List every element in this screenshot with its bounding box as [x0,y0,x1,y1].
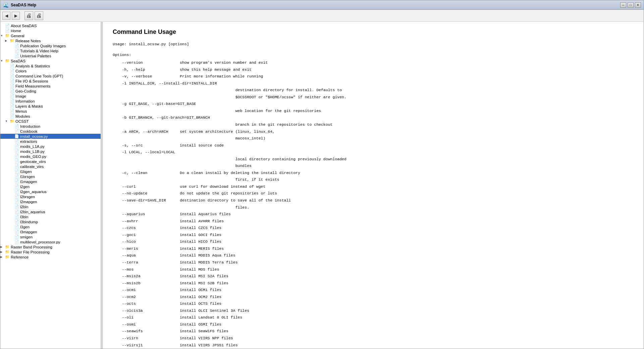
sidebar-item-l2bin-aquarius[interactable]: 📄 l2bin_aquarius [0,209,101,214]
sidebar-item-seadas[interactable]: ▼ 📁 SeaDAS [0,58,101,63]
sidebar-item-raster-file[interactable]: ▶ 📁 Raster File Processing [0,249,101,254]
sidebar-item-cookbook[interactable]: 📄 Cookbook [0,129,101,134]
sidebar-item-about[interactable]: 📄 About SeaDAS [0,23,101,28]
option-row: -c, --clean Do a clean install by deleti… [113,170,634,176]
tree-label: Information [15,99,35,103]
option-row: -l LOCAL, --local=LOCAL [113,149,634,156]
tree-toggle: ▼ [5,120,10,123]
option-desc: install AVHRR files [180,218,634,225]
option-flag: --oli [113,314,180,321]
sidebar-item-l1brsgen[interactable]: 📄 l1brsgen [0,174,101,179]
sidebar-item-geo-coding[interactable]: 📄 Geo-Coding [0,89,101,94]
back-button[interactable]: ◀ [2,12,10,20]
sidebar-item-general[interactable]: ▼ 📁 General [0,33,101,38]
tree-label: l3bindump [20,220,38,224]
option-desc: install source code [180,142,634,149]
sidebar-item-image[interactable]: 📄 Image [0,94,101,99]
option-flag: --osmi [113,321,180,328]
sidebar-item-universal[interactable]: 📄 Universal Palettes [0,53,101,58]
sidebar-item-layers-masks[interactable]: 📄 Layers & Masks [0,104,101,109]
file-icon: 📄 [14,230,19,234]
print2-button[interactable]: 🖨 [35,11,43,20]
file-icon: 📄 [14,225,19,229]
sidebar-item-modules[interactable]: 📄 Modules [0,114,101,119]
sidebar-item-smigen[interactable]: 📄 smigen [0,234,101,239]
sidebar-item-raster-band[interactable]: ▶ 📁 Raster Band Processing [0,244,101,249]
sidebar-item-l1mapgen[interactable]: 📄 l1mapgen [0,179,101,184]
sidebar-item-release-notes[interactable]: ▶ 📁 Release Notes [0,38,101,43]
sidebar[interactable]: 📄 About SeaDAS 📄 Home ▼ 📁 General ▶ 📁 Re… [0,22,101,349]
option-flag: --curl [113,183,180,190]
sidebar-item-modis-l1a[interactable]: 📄 modis_L1A.py [0,144,101,149]
tree-label: Geo-Coding [15,89,36,93]
option-desc: branch in the git repositories to checko… [180,121,634,128]
tree-label: modis_GEO.py [20,155,46,159]
sidebar-item-field-meas[interactable]: 📄 Field Measurements [0,83,101,89]
forward-button[interactable]: ▶ [12,12,20,20]
sidebar-item-multilevel[interactable]: 📄 multilevel_processor.py [0,239,101,244]
sidebar-item-modis-l1b[interactable]: 📄 modis_L1B.py [0,149,101,154]
print-button[interactable]: 🖨 [24,11,33,20]
tree-label: Colors [15,69,26,73]
sidebar-item-menus[interactable]: 📄 Menus [0,109,101,114]
sidebar-item-l3bindump[interactable]: 📄 l3bindump [0,219,101,224]
file-icon: 📄 [14,169,19,174]
sidebar-item-l2mapgen[interactable]: 📄 l2mapgen [0,199,101,204]
close-button[interactable]: ✕ [635,2,641,8]
file-icon: 📄 [14,199,19,204]
option-flag: -h, --help [113,66,180,73]
sidebar-item-l3mapgen[interactable]: 📄 l3mapgen [0,229,101,234]
tree-label: l3bin [20,215,28,219]
sidebar-item-cmdline-tools[interactable]: 📄 Command Line Tools (GPT) [0,73,101,78]
sidebar-item-file-io[interactable]: 📄 File I/O & Sessions [0,78,101,83]
sidebar-item-l3bin[interactable]: 📄 l3bin [0,214,101,219]
main-area: 📄 About SeaDAS 📄 Home ▼ 📁 General ▶ 📁 Re… [0,22,644,349]
tree-label: l1mapgen [20,180,37,184]
sidebar-item-calibrate-viirs[interactable]: 📄 calibrate_viirs [0,164,101,169]
file-icon: 📄 [14,210,19,214]
sidebar-item-reference[interactable]: ▶ 📁 Reference [0,254,101,259]
option-flag: --meris [113,245,180,252]
file-icon: 📄 [10,84,14,88]
option-desc: $OCSSROOT or "$HOME/ocssw" if neither ar… [180,94,634,101]
option-desc: install OLCI Sentinel 3A files [180,307,634,314]
sidebar-item-tutorials[interactable]: 📄 Tutorials & Video Help [0,48,101,53]
tree-label: install_ocssw.py [20,134,48,138]
tree-label: Layers & Masks [15,104,43,108]
restore-button[interactable]: □ [628,2,634,8]
tree-label: smigen [20,235,33,239]
tree-label: Reference [11,255,29,259]
sidebar-item-install-ocsswpy[interactable]: 📄 install_ocssw.py [0,134,101,139]
sidebar-item-modis-geo[interactable]: 📄 modis_GEO.py [0,154,101,159]
sidebar-item-extractors[interactable]: 📄 extractors [0,139,101,144]
option-row: --hico install HICO files [113,238,634,245]
option-flag [113,94,180,101]
sidebar-item-information[interactable]: 📄 Information [0,99,101,104]
option-desc: destination directory to save all of the… [180,197,634,204]
sidebar-item-introduction[interactable]: 📄 Introduction [0,124,101,129]
option-flag: --octs [113,300,180,307]
sidebar-item-colors[interactable]: 📄 Colors [0,68,101,73]
sidebar-item-l2bin[interactable]: 📄 l2bin [0,204,101,209]
sidebar-item-l1bgen[interactable]: 📄 l1bgen [0,169,101,174]
option-flag [113,176,180,183]
file-icon: 📄 [14,124,19,128]
sidebar-item-ocsst[interactable]: ▼ 📁 OCSST [0,119,101,124]
sidebar-item-pub-quality[interactable]: 📄 Publication Quality Images [0,43,101,48]
sidebar-item-home[interactable]: 📄 Home [0,28,101,33]
sidebar-item-l2gen-aquarius[interactable]: 📄 l2gen_aquarius [0,189,101,194]
option-desc: destination directory for install. Defau… [180,87,634,94]
tree-label: l1bgen [20,170,32,174]
option-desc: bundles [180,163,634,169]
sidebar-item-geolocate-viirs[interactable]: 📄 geolocate_viirs [0,159,101,164]
sidebar-item-analysis-stats[interactable]: 📄 Analysis & Statistics [0,63,101,68]
tree-label: geolocate_viirs [20,160,46,164]
sidebar-item-l3gen[interactable]: 📄 l3gen [0,224,101,229]
sidebar-item-l2gen[interactable]: 📄 l2gen [0,184,101,189]
file-icon: 📄 [5,23,10,28]
sidebar-item-l2brsgen[interactable]: 📄 l2brsgen [0,194,101,199]
minimize-button[interactable]: ─ [620,2,626,8]
option-desc: install OCTS files [180,300,634,307]
option-row: -i INSTALL_DIR, --install-dir=INSTALL_DI… [113,80,634,87]
app-icon: 🌊 [3,2,9,8]
